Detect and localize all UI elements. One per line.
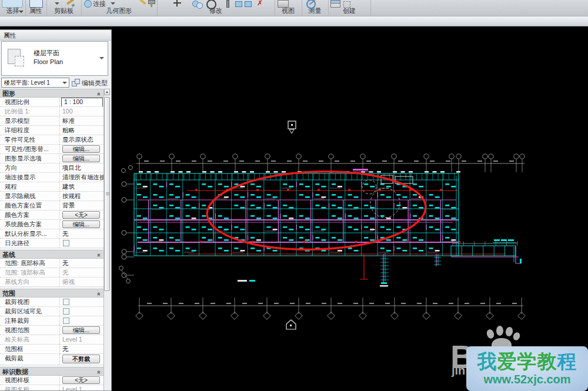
ribbon-panel-label[interactable]: 几何图形 xyxy=(81,6,157,15)
property-value[interactable]: 编辑... xyxy=(60,326,105,335)
property-button[interactable]: 不剪裁 xyxy=(62,355,100,363)
property-row[interactable]: 视图样板<无> xyxy=(0,376,105,385)
property-button[interactable]: <无> xyxy=(62,211,100,219)
wall-align-icon[interactable] xyxy=(226,0,229,8)
paste-dropdown-icon[interactable] xyxy=(55,2,59,5)
property-row[interactable]: 零件可见性显示原状态 xyxy=(0,135,105,145)
property-row[interactable]: 范围框无 xyxy=(0,345,105,354)
property-row[interactable]: 注释裁剪 xyxy=(0,316,105,326)
property-row[interactable]: 比例值 1:100 xyxy=(0,107,105,116)
checkbox[interactable] xyxy=(63,240,69,246)
property-row[interactable]: 颜色方案<无> xyxy=(0,210,105,220)
property-value[interactable] xyxy=(60,298,105,306)
property-row[interactable]: 视图比例1 : 100 xyxy=(0,98,105,107)
property-button[interactable]: 编辑... xyxy=(62,220,100,228)
property-value[interactable]: 清理所有墙连接 xyxy=(60,173,105,182)
property-value[interactable]: <无> xyxy=(60,210,105,219)
collapse-icon[interactable]: » xyxy=(94,253,102,257)
property-row[interactable]: 视图名称Level 1 xyxy=(0,385,105,390)
property-value[interactable]: 编辑... xyxy=(60,220,105,229)
property-value[interactable]: 无 xyxy=(60,345,105,353)
property-row[interactable]: 图形显示选项编辑... xyxy=(0,154,105,163)
chevron-down-icon[interactable] xyxy=(111,2,115,5)
property-row[interactable]: 范围: 顶部标高无 xyxy=(0,268,105,278)
view-cube-icon[interactable] xyxy=(278,0,289,8)
property-row[interactable]: 详细程度粗略 xyxy=(0,126,105,135)
section-header-2[interactable]: 基线» xyxy=(0,250,105,259)
property-row[interactable]: 方向项目北 xyxy=(0,163,105,173)
scroll-thumb[interactable] xyxy=(104,97,110,291)
ribbon-panel-label[interactable]: 测量 xyxy=(302,6,328,15)
ribbon-panel-label[interactable]: 视图 xyxy=(275,6,302,15)
property-row[interactable]: 系统颜色方案编辑... xyxy=(0,220,105,229)
hammer-handle-icon[interactable] xyxy=(151,3,152,7)
create-group-icon[interactable] xyxy=(343,1,350,8)
property-value[interactable]: 无 xyxy=(60,259,105,268)
delete-icon[interactable]: ✗ xyxy=(257,0,264,6)
property-value[interactable]: 显示原状态 xyxy=(60,135,105,144)
demolish-pencil-icon[interactable] xyxy=(139,0,146,5)
section-header-1[interactable]: 图形» xyxy=(0,89,105,98)
chevron-down-icon[interactable] xyxy=(19,11,24,13)
collapse-icon[interactable]: » xyxy=(94,370,102,374)
property-row[interactable]: 颜色方案位置背景 xyxy=(0,201,105,210)
properties-titlebar[interactable]: 属性 ✕ xyxy=(0,30,111,41)
join-label[interactable]: 连接 xyxy=(93,0,108,7)
properties-icon[interactable] xyxy=(29,0,43,8)
property-row[interactable]: 显示隐藏线按规程 xyxy=(0,192,105,201)
property-row[interactable]: 默认分析显示...无 xyxy=(0,229,105,239)
checkbox[interactable] xyxy=(63,299,69,305)
join-icon[interactable] xyxy=(84,0,92,8)
chevron-down-icon[interactable] xyxy=(99,57,104,59)
edit-type-button[interactable]: 编辑类型 xyxy=(72,78,109,88)
property-value[interactable]: 项目北 xyxy=(60,163,105,172)
property-button[interactable]: 编辑... xyxy=(62,145,100,153)
property-button[interactable]: <无> xyxy=(62,376,100,384)
property-value[interactable]: 俯视 xyxy=(60,278,105,286)
property-row[interactable]: 裁剪区域可见 xyxy=(0,307,105,316)
property-row[interactable]: 日光路径 xyxy=(0,239,105,248)
property-value[interactable]: 100 xyxy=(60,107,105,116)
property-value[interactable] xyxy=(60,316,105,325)
properties-scrollbar[interactable]: ▲ xyxy=(103,89,111,390)
property-value[interactable]: Level 1 xyxy=(60,335,105,344)
move-icon-vert[interactable] xyxy=(176,0,178,6)
ribbon-panel-label[interactable]: 属性 xyxy=(25,6,46,15)
attach-wall-icon[interactable] xyxy=(245,1,252,7)
property-value[interactable]: 标准 xyxy=(60,116,105,125)
cut-wall-icon[interactable] xyxy=(235,1,242,7)
property-value[interactable]: 不剪裁 xyxy=(60,354,105,365)
property-row[interactable]: 墙连接显示清理所有墙连接 xyxy=(0,173,105,182)
type-selector[interactable]: 楼层平面 Floor Plan xyxy=(1,41,108,76)
property-value[interactable]: 按规程 xyxy=(60,192,105,200)
property-row[interactable]: 规程建筑 xyxy=(0,182,105,192)
property-value[interactable]: 建筑 xyxy=(60,182,105,191)
property-row[interactable]: 基线方向俯视 xyxy=(0,278,105,287)
offset-icon2[interactable] xyxy=(196,2,203,9)
property-value[interactable]: 无 xyxy=(60,229,105,238)
property-row[interactable]: 视图范围编辑... xyxy=(0,326,105,335)
scroll-up-icon[interactable]: ▲ xyxy=(104,89,110,95)
view-scale-input[interactable]: 1 : 100 xyxy=(61,98,103,106)
property-row[interactable]: 截剪裁不剪裁 xyxy=(0,354,105,365)
create-box-top-icon[interactable] xyxy=(330,0,340,4)
collapse-icon[interactable]: » xyxy=(94,92,102,96)
property-row[interactable]: 可见性/图形替...编辑... xyxy=(0,145,105,154)
checkbox[interactable] xyxy=(63,318,69,324)
property-value[interactable]: Level 1 xyxy=(60,385,105,390)
property-value[interactable]: 无 xyxy=(60,268,105,277)
ribbon-panel-label[interactable]: 创建 xyxy=(328,6,370,15)
section-header-3[interactable]: 范围» xyxy=(0,289,105,298)
property-row[interactable]: 显示模型标准 xyxy=(0,116,105,126)
ribbon-panel-label[interactable]: 剪贴板 xyxy=(46,6,81,15)
property-row[interactable]: 范围: 底部标高无 xyxy=(0,259,105,268)
close-icon[interactable]: ✕ xyxy=(4,31,108,39)
modify-button[interactable] xyxy=(2,0,23,8)
instance-selector[interactable]: 楼层平面: Level 1 xyxy=(1,78,69,88)
property-value[interactable]: 粗略 xyxy=(60,126,105,135)
property-value[interactable]: 编辑... xyxy=(60,145,105,153)
property-button[interactable]: 编辑... xyxy=(62,326,100,334)
property-button[interactable]: 编辑... xyxy=(62,155,100,162)
ribbon-panel-label[interactable]: 修改 xyxy=(157,6,275,15)
property-row[interactable]: 裁剪视图 xyxy=(0,298,105,307)
